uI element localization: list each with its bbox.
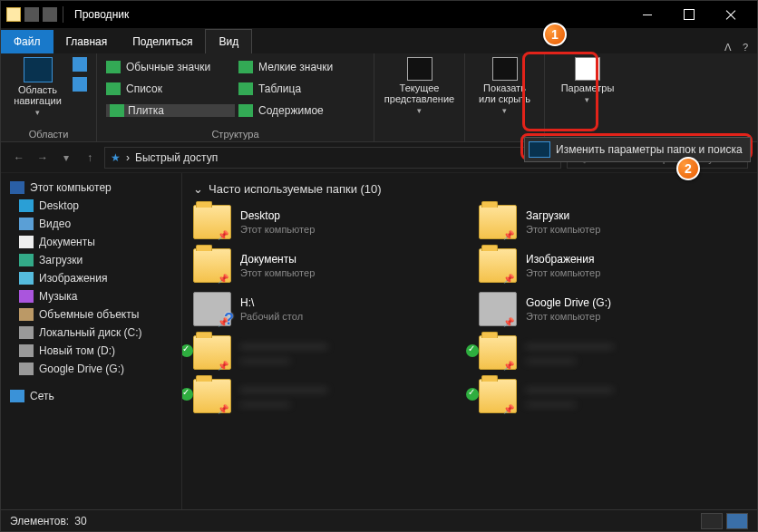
app-icon (6, 7, 21, 22)
item-name: ———————— (526, 340, 613, 353)
tab-file[interactable]: Файл (1, 30, 53, 53)
layout-icon (238, 104, 253, 117)
tree-item[interactable]: Desktop (5, 197, 178, 215)
minimize-button[interactable] (627, 1, 668, 28)
tree-network[interactable]: Сеть (5, 387, 178, 405)
item-location: Этот компьютер (526, 224, 600, 235)
tree-this-pc[interactable]: Этот компьютер (5, 179, 178, 197)
item-location: ————— (526, 354, 613, 365)
folder-item[interactable]: 📌H:\Рабочий стол (193, 292, 461, 326)
pin-icon: 📌 (503, 274, 514, 284)
layout-list[interactable]: Список (126, 82, 235, 95)
tree-item[interactable]: Документы (5, 233, 178, 251)
divider (63, 6, 63, 23)
tree-item[interactable]: Изображения (5, 269, 178, 287)
tab-share[interactable]: Поделиться (120, 30, 205, 53)
tree-item[interactable]: Музыка (5, 287, 178, 305)
explorer-window: Проводник Файл Главная Поделиться Вид ᐱ … (0, 0, 758, 532)
item-location: ————— (240, 354, 327, 365)
tree-item[interactable]: Локальный диск (C:) (5, 324, 178, 342)
status-elements-count: 30 (74, 515, 86, 527)
folder-item[interactable]: 📌————————————— (193, 335, 461, 370)
current-view-button[interactable]: Текущее представление ▾ (384, 57, 455, 115)
back-button[interactable]: ← (10, 149, 28, 167)
ribbon-group-panes: Область навигации ▾ Области (1, 53, 97, 141)
folder-item[interactable]: 📌————————————— (479, 379, 746, 413)
details-pane-button[interactable] (73, 77, 87, 92)
help-icon[interactable]: ? (743, 42, 748, 53)
ribbon-group-options: Параметры ▾ (545, 53, 630, 141)
tiles-view-button[interactable] (726, 513, 748, 529)
navigation-pane-icon (24, 57, 53, 82)
pin-icon: 📌 (503, 361, 514, 371)
folder-icon: 📌 (479, 248, 517, 283)
quick-access-toolbar (24, 7, 57, 22)
sync-check-icon (466, 388, 479, 401)
close-button[interactable] (710, 1, 752, 28)
show-hide-icon (492, 57, 518, 81)
item-name: H:\ (240, 296, 303, 309)
tree-item[interactable]: Загрузки (5, 251, 178, 269)
chevron-down-icon: ▾ (417, 106, 422, 115)
folder-item[interactable]: 📌————————————— (479, 335, 746, 370)
options-button[interactable]: Параметры ▾ (561, 57, 615, 104)
window-controls (627, 1, 752, 28)
show-hide-button[interactable]: Показать или скрыть ▾ (474, 57, 535, 115)
layout-details[interactable]: Таблица (258, 82, 367, 95)
layout-tiles[interactable]: Плитка (106, 104, 235, 117)
tree-item[interactable]: Google Drive (G:) (5, 360, 178, 378)
pin-icon: 📌 (503, 317, 514, 327)
collapse-ribbon-icon[interactable]: ᐱ (724, 42, 732, 53)
up-button[interactable]: ↑ (81, 149, 99, 167)
item-name: ———————— (240, 340, 327, 353)
pin-icon: 📌 (503, 230, 514, 240)
status-elements-label: Элементов: (10, 515, 69, 527)
folder-item[interactable]: 📌ДокументыЭтот компьютер (193, 248, 461, 283)
layout-medium-icons[interactable]: Обычные значки (126, 61, 235, 73)
pin-icon: 📌 (218, 317, 228, 327)
window-title: Проводник (74, 8, 129, 21)
breadcrumb[interactable]: ★ › Быстрый доступ ⌄ ↻ (104, 147, 561, 169)
tree-item[interactable]: Объемные объекты (5, 305, 178, 324)
tree-item[interactable]: Видео (5, 215, 178, 233)
qat-button[interactable] (43, 7, 57, 22)
preview-pane-button[interactable] (73, 57, 87, 72)
item-location: Этот компьютер (526, 267, 600, 278)
layout-content[interactable]: Содержимое (258, 104, 367, 117)
titlebar: Проводник (1, 1, 757, 28)
item-name: Документы (240, 253, 315, 266)
sync-check-icon (182, 344, 193, 357)
pin-icon: 📌 (218, 404, 228, 414)
item-name: ———————— (526, 383, 613, 396)
status-bar: Элементов: 30 (1, 509, 757, 531)
navigation-pane-button[interactable]: Область навигации ▾ (10, 57, 65, 117)
pin-icon: 📌 (218, 230, 228, 240)
chevron-down-icon: ⌄ (193, 182, 203, 196)
tab-home[interactable]: Главная (53, 30, 121, 53)
folder-item[interactable]: 📌DesktopЭтот компьютер (193, 205, 461, 239)
qat-button[interactable] (24, 7, 39, 22)
callout-badge-2: 2 (676, 157, 700, 180)
folder-icon: 📌 (479, 205, 517, 239)
options-menu-item[interactable]: Изменить параметры папок и поиска (524, 137, 751, 162)
folder-item[interactable]: 📌ЗагрузкиЭтот компьютер (479, 205, 746, 239)
details-view-button[interactable] (701, 513, 723, 529)
folder-item[interactable]: 📌ИзображенияЭтот компьютер (479, 248, 746, 283)
forward-button[interactable]: → (34, 149, 52, 167)
item-location: Рабочий стол (240, 311, 303, 322)
folder-item[interactable]: 📌Google Drive (G:)Этот компьютер (479, 292, 746, 326)
layout-small-icons[interactable]: Мелкие значки (258, 61, 367, 73)
folder-item[interactable]: 📌————————————— (193, 379, 461, 413)
item-name: Загрузки (526, 209, 600, 222)
tree-item[interactable]: Новый том (D:) (5, 342, 178, 360)
sync-check-icon (466, 344, 479, 357)
chevron-down-icon: ▾ (35, 108, 40, 117)
item-name: Изображения (526, 253, 600, 266)
tab-view[interactable]: Вид (205, 29, 252, 53)
section-header[interactable]: ⌄ Часто используемые папки (10) (193, 182, 746, 196)
breadcrumb-segment[interactable]: Быстрый доступ (135, 151, 218, 164)
maximize-button[interactable] (668, 1, 710, 28)
recent-locations-button[interactable]: ▾ (57, 149, 75, 167)
drive-icon: 📌 (479, 292, 517, 326)
item-location: ————— (240, 398, 327, 409)
